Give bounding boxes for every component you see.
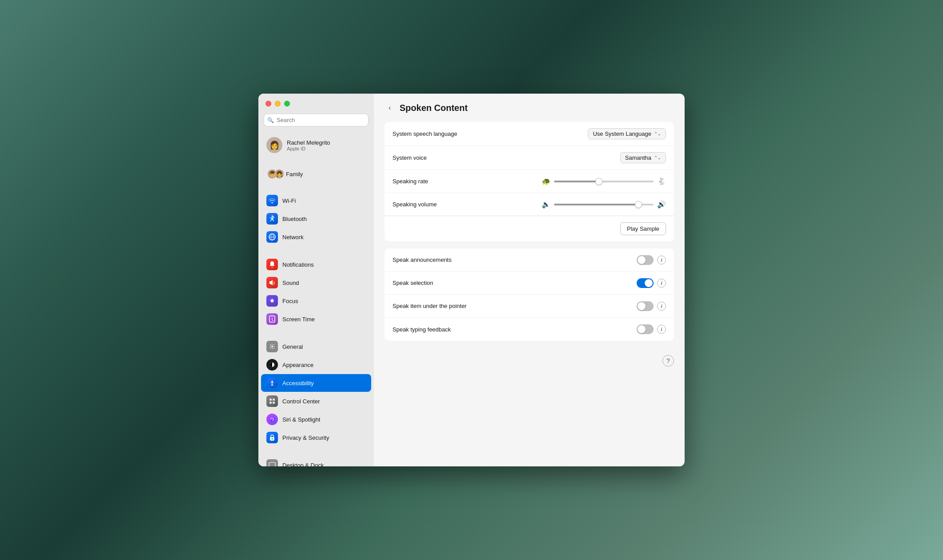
sidebar-item-label-desktop: Desktop & Dock	[282, 462, 324, 467]
speak-typing-label: Speak typing feedback	[392, 326, 637, 333]
sidebar-item-notifications[interactable]: Notifications	[261, 256, 371, 273]
speak-selection-row: Speak selection i	[384, 272, 674, 295]
sidebar-item-bluetooth[interactable]: Bluetooth	[261, 210, 371, 228]
sidebar-item-screentime[interactable]: Screen Time	[261, 310, 371, 328]
speak-selection-label: Speak selection	[392, 280, 637, 286]
sidebar-item-label-bluetooth: Bluetooth	[282, 216, 307, 222]
search-container: 🔍	[258, 110, 374, 132]
dropdown-arrow-2: ⌃⌄	[654, 155, 661, 160]
sidebar-item-wifi[interactable]: Wi-Fi	[261, 192, 371, 209]
display-section: Desktop & Dock Displays	[258, 454, 374, 466]
close-button[interactable]	[265, 101, 271, 106]
speak-pointer-info-button[interactable]: i	[657, 302, 666, 311]
main-content: ‹ Spoken Content System speech language …	[374, 94, 685, 466]
speak-settings-card: Speak announcements i Speak selection i	[384, 248, 674, 341]
speak-announcements-thumb	[638, 256, 646, 264]
speak-pointer-toggle[interactable]	[637, 301, 654, 311]
speak-selection-control: i	[637, 278, 666, 288]
play-sample-row: Play Sample	[384, 216, 674, 241]
speak-typing-info-button[interactable]: i	[657, 325, 666, 334]
sidebar-item-general[interactable]: General	[261, 338, 371, 355]
system-speech-language-row: System speech language Use System Langua…	[384, 122, 674, 146]
maximize-button[interactable]	[284, 101, 290, 106]
speaking-rate-slider-container: 🐢 🐇	[542, 177, 666, 185]
sidebar-item-siri[interactable]: Siri & Spotlight	[261, 410, 371, 428]
siri-icon	[266, 414, 278, 425]
speak-announcements-toggle[interactable]	[637, 255, 654, 265]
sidebar-item-label-screentime: Screen Time	[282, 316, 315, 323]
sidebar-item-controlcenter[interactable]: Control Center	[261, 392, 371, 410]
speak-announcements-control: i	[637, 255, 666, 265]
system-speech-language-control: Use System Language ⌃⌄	[588, 128, 666, 139]
speak-selection-toggle[interactable]	[637, 278, 654, 288]
speak-pointer-thumb	[638, 302, 646, 310]
play-sample-button[interactable]: Play Sample	[620, 222, 666, 235]
sidebar-item-label-focus: Focus	[282, 298, 298, 304]
sidebar-item-label-sound: Sound	[282, 280, 299, 286]
system-voice-dropdown[interactable]: Samantha ⌃⌄	[620, 152, 666, 163]
speaking-rate-icon-fast: 🐇	[657, 177, 666, 185]
desktop-icon	[266, 459, 278, 466]
search-wrapper: 🔍	[264, 114, 368, 126]
speak-typing-toggle[interactable]	[637, 324, 654, 334]
bottom-section: ?	[384, 348, 674, 370]
sidebar-item-privacy[interactable]: Privacy & Security	[261, 429, 371, 446]
sidebar: 🔍 👩 Rachel Melegrito Apple ID 👦 👧	[258, 94, 374, 466]
back-button[interactable]: ‹	[384, 103, 395, 113]
sidebar-item-appearance[interactable]: Appearance	[261, 356, 371, 374]
speaking-rate-thumb[interactable]	[595, 178, 602, 185]
avatar: 👩	[266, 137, 282, 153]
main-header: ‹ Spoken Content	[384, 103, 674, 113]
notifications-icon	[266, 259, 278, 270]
svg-rect-7	[273, 398, 275, 401]
dropdown-arrow-1: ⌃⌄	[654, 131, 661, 136]
sidebar-item-sound[interactable]: Sound	[261, 274, 371, 292]
family-section: 👦 👧 Family	[258, 164, 374, 184]
search-icon: 🔍	[267, 117, 274, 123]
user-name: Rachel Melegrito	[287, 139, 330, 146]
speak-announcements-info-button[interactable]: i	[657, 256, 666, 264]
svg-point-2	[271, 346, 273, 347]
svg-point-12	[272, 438, 273, 440]
general-icon	[266, 341, 278, 352]
sidebar-item-family[interactable]: 👦 👧 Family	[261, 166, 371, 182]
bluetooth-icon	[266, 213, 278, 225]
voice-settings-card: System speech language Use System Langua…	[384, 122, 674, 241]
svg-rect-8	[269, 402, 272, 404]
speak-typing-row: Speak typing feedback i	[384, 318, 674, 341]
sidebar-item-label-controlcenter: Control Center	[282, 398, 320, 405]
speak-pointer-row: Speak item under the pointer i	[384, 295, 674, 318]
sidebar-item-focus[interactable]: Focus	[261, 292, 371, 310]
minimize-button[interactable]	[275, 101, 281, 106]
screentime-icon	[266, 313, 278, 325]
speak-announcements-row: Speak announcements i	[384, 248, 674, 272]
sidebar-item-network[interactable]: Network	[261, 228, 371, 246]
help-button[interactable]: ?	[662, 355, 674, 367]
speak-typing-control: i	[637, 324, 666, 334]
sidebar-item-label-wifi: Wi-Fi	[282, 197, 296, 204]
search-input[interactable]	[264, 114, 368, 126]
speaking-volume-track	[554, 204, 654, 205]
speak-pointer-control: i	[637, 301, 666, 311]
speaking-volume-row: Speaking volume 🔈 🔊	[384, 193, 674, 216]
family-avatar-2: 👧	[274, 169, 284, 179]
user-section: 👩 Rachel Melegrito Apple ID	[258, 132, 374, 158]
controlcenter-icon	[266, 395, 278, 407]
focus-icon	[266, 295, 278, 307]
speaking-volume-thumb[interactable]	[635, 201, 642, 208]
system-voice-row: System voice Samantha ⌃⌄	[384, 146, 674, 170]
system-voice-label: System voice	[392, 154, 620, 161]
sidebar-item-accessibility[interactable]: Accessibility	[261, 374, 371, 392]
network-icon	[266, 231, 278, 243]
system-voice-value: Samantha	[625, 154, 651, 161]
speaking-volume-icon-low: 🔈	[542, 200, 551, 209]
svg-point-10	[269, 417, 275, 422]
user-profile-item[interactable]: 👩 Rachel Melegrito Apple ID	[261, 134, 371, 156]
sidebar-item-desktop[interactable]: Desktop & Dock	[261, 456, 371, 466]
system-speech-language-dropdown[interactable]: Use System Language ⌃⌄	[588, 128, 666, 139]
sidebar-item-label-appearance: Appearance	[282, 362, 313, 368]
sidebar-item-label-family: Family	[286, 171, 303, 177]
titlebar	[258, 94, 374, 110]
svg-rect-9	[273, 402, 275, 404]
speak-selection-info-button[interactable]: i	[657, 279, 666, 288]
